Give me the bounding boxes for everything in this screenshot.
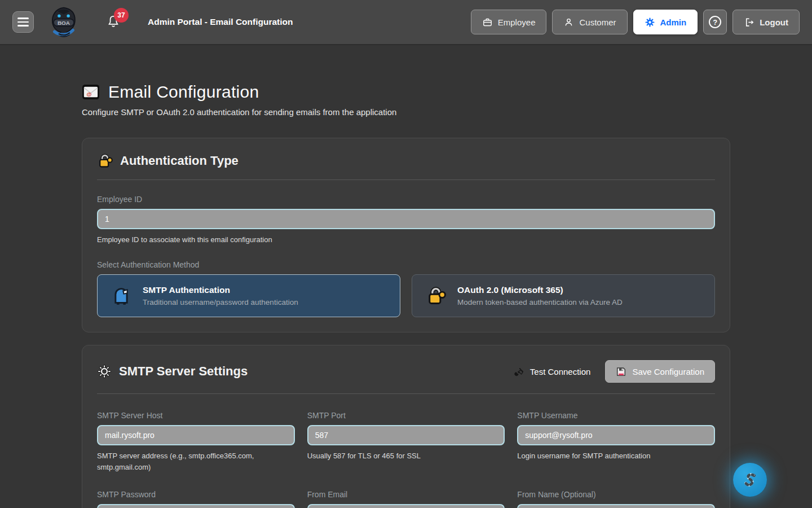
smtp-host-input[interactable] — [97, 425, 295, 445]
employee-id-label: Employee ID — [97, 195, 715, 204]
authentication-type-card: Authentication Type Employee ID Employee… — [82, 138, 730, 332]
smtp-card-title: SMTP Server Settings — [119, 364, 248, 379]
smtp-port-label: SMTP Port — [307, 411, 505, 420]
smtp-auth-option[interactable]: SMTP Authentication Traditional username… — [97, 274, 400, 317]
test-connection-button[interactable]: Test Connection — [508, 362, 597, 382]
person-icon — [563, 17, 574, 28]
boa-snake-logo-icon: BOA — [47, 6, 80, 38]
page-header: @ Email Configuration Configure SMTP or … — [82, 82, 730, 117]
smtp-password-field-group: SMTP Password — [97, 473, 295, 508]
notifications[interactable]: 37 — [106, 14, 122, 30]
test-connection-label: Test Connection — [530, 367, 591, 376]
from-name-field-group: From Name (Optional) — [517, 473, 715, 508]
gear-icon — [97, 364, 112, 379]
smtp-auth-option-subtitle: Traditional username/password authentica… — [143, 298, 298, 306]
from-email-input[interactable] — [307, 504, 505, 508]
customer-button[interactable]: Customer — [552, 10, 627, 34]
employee-button-label: Employee — [498, 17, 536, 27]
admin-button[interactable]: Admin — [633, 10, 698, 34]
from-email-field-group: From Email — [307, 473, 505, 508]
save-configuration-button[interactable]: Save Configuration — [605, 360, 715, 383]
smtp-host-field-group: SMTP Server Host SMTP server address (e.… — [97, 394, 295, 473]
employee-id-input[interactable] — [97, 209, 715, 229]
from-name-label: From Name (Optional) — [517, 490, 715, 499]
smtp-settings-card: SMTP Server Settings Test Connection — [82, 345, 730, 508]
oauth-option-title: OAuth 2.0 (Microsoft 365) — [457, 285, 623, 295]
logout-icon — [744, 17, 754, 28]
chat-assistant-button[interactable] — [733, 463, 767, 497]
smtp-port-field-group: SMTP Port Usually 587 for TLS or 465 for… — [307, 394, 505, 473]
auth-method-label: Select Authentication Method — [97, 260, 715, 269]
notification-badge: 37 — [114, 8, 129, 23]
oauth-option-subtitle: Modern token-based authentication via Az… — [457, 298, 623, 306]
snake-icon — [740, 470, 760, 490]
smtp-host-helper: SMTP server address (e.g., smtp.office36… — [97, 450, 295, 473]
locked-with-key-icon — [426, 286, 446, 306]
question-mark-icon: ? — [709, 16, 721, 28]
navbar-title: Admin Portal - Email Configuration — [148, 17, 293, 27]
svg-text:BOA: BOA — [58, 20, 70, 26]
smtp-password-input[interactable] — [97, 504, 295, 508]
auth-card-title: Authentication Type — [120, 154, 239, 168]
email-envelope-icon: @ — [82, 84, 100, 100]
smtp-auth-option-title: SMTP Authentication — [143, 285, 298, 295]
from-email-label: From Email — [307, 490, 505, 499]
smtp-host-label: SMTP Server Host — [97, 411, 295, 420]
mailbox-icon — [111, 286, 131, 306]
from-name-input[interactable] — [517, 504, 715, 508]
smtp-password-label: SMTP Password — [97, 490, 295, 499]
briefcase-icon — [482, 17, 493, 28]
logout-button-label: Logout — [760, 17, 788, 27]
save-configuration-label: Save Configuration — [632, 367, 704, 376]
floppy-disk-icon — [616, 366, 626, 377]
smtp-port-input[interactable] — [307, 425, 505, 445]
oauth-option[interactable]: OAuth 2.0 (Microsoft 365) Modern token-b… — [412, 274, 715, 317]
smtp-username-helper: Login username for SMTP authentication — [517, 450, 715, 462]
smtp-username-field-group: SMTP Username Login username for SMTP au… — [517, 394, 715, 473]
divider — [97, 179, 715, 180]
main-content: @ Email Configuration Configure SMTP or … — [82, 82, 730, 508]
smtp-username-input[interactable] — [517, 425, 715, 445]
page-title: Email Configuration — [108, 82, 259, 102]
svg-text:@: @ — [87, 91, 92, 97]
logout-button[interactable]: Logout — [732, 10, 800, 34]
admin-button-label: Admin — [660, 17, 687, 27]
employee-button[interactable]: Employee — [471, 10, 547, 34]
plug-icon — [514, 366, 524, 377]
gear-icon — [645, 17, 655, 28]
customer-button-label: Customer — [579, 17, 616, 27]
app-logo: BOA — [47, 6, 80, 38]
smtp-port-helper: Usually 587 for TLS or 465 for SSL — [307, 450, 505, 462]
employee-id-helper: Employee ID to associate with this email… — [97, 234, 715, 246]
top-navbar: BOA 37 Admin Portal - Email Configuratio… — [0, 0, 812, 45]
locked-with-key-icon — [97, 153, 113, 169]
smtp-username-label: SMTP Username — [517, 411, 715, 420]
help-button[interactable]: ? — [703, 10, 727, 34]
menu-button[interactable] — [12, 11, 34, 33]
page-subtitle: Configure SMTP or OAuth 2.0 authenticati… — [82, 107, 730, 117]
hamburger-icon — [17, 17, 29, 19]
